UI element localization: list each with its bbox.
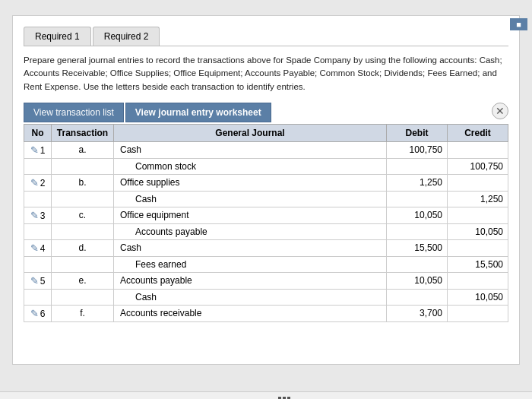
account-cell: Accounts payable [114, 223, 387, 239]
edit-icon[interactable]: ✎ [30, 308, 39, 319]
col-header-general-journal: General Journal [114, 124, 387, 141]
table-row: ✎4d.Cash15,500 [24, 239, 508, 256]
credit-cell [448, 305, 508, 321]
debit-cell: 10,050 [387, 207, 448, 223]
account-cell: Accounts payable [114, 272, 387, 289]
credit-cell [448, 141, 508, 158]
col-header-transaction: Transaction [52, 124, 114, 141]
view-transaction-list-button[interactable]: View transaction list [24, 103, 124, 122]
instructions-text: Prepare general journal entries to recor… [24, 54, 508, 93]
transaction-cell: d. [52, 239, 114, 256]
debit-cell: 10,050 [387, 272, 448, 289]
table-row: Accounts payable10,050 [24, 223, 508, 239]
credit-cell: 1,250 [448, 191, 508, 207]
transaction-cell: e. [52, 272, 114, 289]
col-header-credit: Credit [448, 124, 508, 141]
credit-cell [448, 174, 508, 191]
table-row: ✎6f.Accounts receivable3,700 [24, 305, 508, 321]
tab-required-2[interactable]: Required 2 [93, 27, 160, 46]
account-cell: Fees earned [114, 256, 387, 272]
debit-cell: 3,700 [387, 305, 448, 321]
credit-cell [448, 272, 508, 289]
no-cell: ✎3 [24, 207, 52, 223]
debit-cell [387, 191, 448, 207]
no-cell: ✎1 [24, 141, 52, 158]
account-cell: Accounts receivable [114, 305, 387, 321]
credit-cell: 15,500 [448, 256, 508, 272]
col-header-no: No [24, 124, 52, 141]
account-cell: Cash [114, 141, 387, 158]
transaction-cell [52, 289, 114, 305]
transaction-cell [52, 191, 114, 207]
empty-no-cell [24, 223, 52, 239]
account-cell: Cash [114, 289, 387, 305]
table-row: Cash10,050 [24, 289, 508, 305]
credit-cell: 10,050 [448, 223, 508, 239]
empty-no-cell [24, 289, 52, 305]
table-row: Fees earned15,500 [24, 256, 508, 272]
tab-required-1[interactable]: Required 1 [24, 27, 91, 46]
debit-cell: 100,750 [387, 141, 448, 158]
no-cell: ✎2 [24, 174, 52, 191]
journal-table: No Transaction General Journal Debit Cre… [24, 124, 508, 322]
debit-cell [387, 158, 448, 174]
table-row: Common stock100,750 [24, 158, 508, 174]
table-row: ✎5e.Accounts payable10,050 [24, 272, 508, 289]
transaction-cell: b. [52, 174, 114, 191]
credit-cell [448, 207, 508, 223]
empty-no-cell [24, 191, 52, 207]
top-button[interactable]: ■ [510, 18, 527, 30]
account-cell: Office supplies [114, 174, 387, 191]
edit-icon[interactable]: ✎ [30, 177, 39, 188]
debit-cell: 1,250 [387, 174, 448, 191]
edit-icon[interactable]: ✎ [30, 275, 39, 287]
account-cell: Office equipment [114, 207, 387, 223]
edit-icon[interactable]: ✎ [30, 144, 39, 156]
col-header-debit: Debit [387, 124, 448, 141]
credit-cell [448, 239, 508, 256]
transaction-cell: a. [52, 141, 114, 158]
account-cell: Cash [114, 191, 387, 207]
debit-cell [387, 223, 448, 239]
table-row: Cash1,250 [24, 191, 508, 207]
edit-icon[interactable]: ✎ [30, 242, 39, 254]
no-cell: ✎4 [24, 239, 52, 256]
debit-cell [387, 289, 448, 305]
debit-cell [387, 256, 448, 272]
table-row: ✎1a.Cash100,750 [24, 141, 508, 158]
transaction-cell [52, 158, 114, 174]
table-row: ✎3c.Office equipment10,050 [24, 207, 508, 223]
transaction-cell: c. [52, 207, 114, 223]
transaction-cell: f. [52, 305, 114, 321]
empty-no-cell [24, 158, 52, 174]
account-cell: Common stock [114, 158, 387, 174]
transaction-cell [52, 223, 114, 239]
debit-cell: 15,500 [387, 239, 448, 256]
transaction-cell [52, 256, 114, 272]
credit-cell: 100,750 [448, 158, 508, 174]
no-cell: ✎6 [24, 305, 52, 321]
account-cell: Cash [114, 239, 387, 256]
table-row: ✎2b.Office supplies1,250 [24, 174, 508, 191]
no-cell: ✎5 [24, 272, 52, 289]
view-journal-entry-worksheet-button[interactable]: View journal entry worksheet [125, 103, 271, 122]
empty-no-cell [24, 256, 52, 272]
close-button[interactable]: ✕ [492, 103, 508, 119]
pagination-bar: ◀ Prev 4 of 9 Next ▶ [0, 391, 532, 399]
credit-cell: 10,050 [448, 289, 508, 305]
edit-icon[interactable]: ✎ [30, 210, 39, 221]
